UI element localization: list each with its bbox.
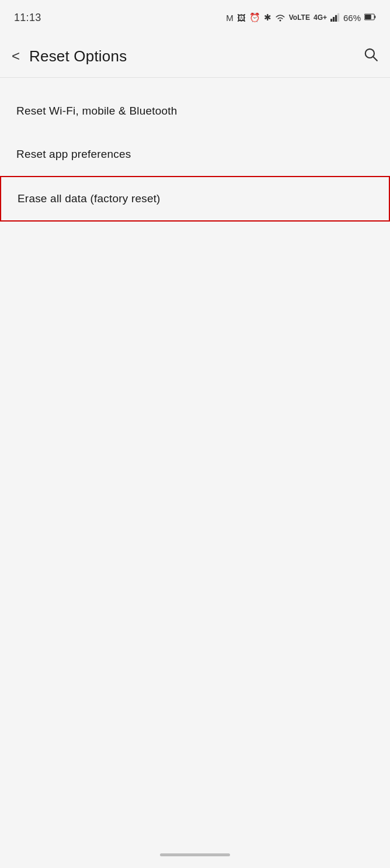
battery-level: 66% bbox=[343, 13, 361, 23]
status-time: 11:13 bbox=[14, 12, 41, 24]
network-icon: 4G+ bbox=[314, 13, 327, 22]
image-icon: 🖼 bbox=[237, 13, 246, 23]
reset-wifi-label: Reset Wi-Fi, mobile & Bluetooth bbox=[16, 105, 177, 117]
page-title: Reset Options bbox=[29, 47, 127, 65]
svg-rect-6 bbox=[374, 15, 375, 18]
menu-list: Reset Wi-Fi, mobile & Bluetooth Reset ap… bbox=[0, 78, 390, 233]
mail-icon: M bbox=[226, 13, 234, 23]
reset-app-preferences-label: Reset app preferences bbox=[16, 148, 131, 161]
wifi-icon bbox=[275, 12, 285, 23]
reset-wifi-item[interactable]: Reset Wi-Fi, mobile & Bluetooth bbox=[0, 89, 390, 133]
volte-icon: VoLTE bbox=[289, 13, 310, 22]
bottom-nav-indicator bbox=[160, 853, 230, 856]
svg-line-9 bbox=[373, 57, 377, 61]
search-button[interactable] bbox=[363, 47, 378, 66]
status-bar: 11:13 M 🖼 ⏰ ✱ VoLTE 4G+ 66% bbox=[0, 0, 390, 35]
signal-icon bbox=[330, 12, 340, 23]
svg-point-0 bbox=[279, 19, 281, 21]
svg-rect-7 bbox=[365, 15, 371, 19]
status-icons: M 🖼 ⏰ ✱ VoLTE 4G+ 66% bbox=[226, 12, 376, 23]
svg-rect-3 bbox=[335, 15, 337, 21]
header-left: < Reset Options bbox=[12, 47, 127, 65]
factory-reset-item[interactable]: Erase all data (factory reset) bbox=[0, 176, 390, 222]
svg-rect-4 bbox=[337, 13, 339, 21]
svg-rect-1 bbox=[330, 19, 332, 22]
battery-icon bbox=[364, 13, 376, 23]
factory-reset-label: Erase all data (factory reset) bbox=[18, 192, 161, 205]
bluetooth-icon: ✱ bbox=[264, 12, 271, 23]
back-button[interactable]: < bbox=[12, 49, 20, 63]
header: < Reset Options bbox=[0, 35, 390, 77]
reset-app-preferences-item[interactable]: Reset app preferences bbox=[0, 133, 390, 176]
svg-rect-2 bbox=[333, 17, 335, 22]
alarm-icon: ⏰ bbox=[249, 12, 260, 23]
